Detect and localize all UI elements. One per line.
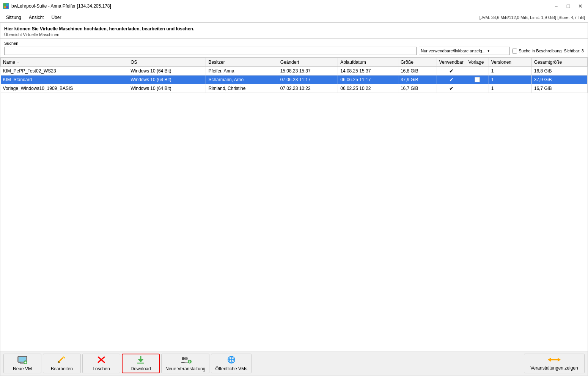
filter-dropdown-label: Nur verwendbare/linkbare anzeig... <box>421 49 486 53</box>
cell-owner: Pfeifer, Anna <box>206 67 278 76</box>
title-bar: bwLehrpool-Suite - Anna Pfeifer [134.34.… <box>0 0 588 12</box>
cell-name: KIM_PePP_Test02_WS23 <box>1 67 128 76</box>
page-title: Hier können Sie Virtuelle Maschinen hoch… <box>4 26 584 31</box>
loeschen-button[interactable]: Löschen <box>82 354 120 373</box>
table-row[interactable]: KIM_PePP_Test02_WS23 Windows 10 (64 Bit)… <box>1 67 588 76</box>
svg-rect-1 <box>6 4 8 6</box>
veranstaltungen-zeigen-icon <box>548 356 561 364</box>
cell-total-size: 37,9 GiB <box>531 76 587 84</box>
cell-name: KIM_Standard <box>1 76 128 84</box>
menu-sitzung[interactable]: Sitzung <box>3 14 24 21</box>
cell-expiry: 06.02.25 10:22 <box>338 84 398 93</box>
neue-vm-label: Neue VM <box>13 366 32 371</box>
cell-vorlage <box>466 76 489 84</box>
cell-verwendbar: ✔ <box>437 84 466 93</box>
cell-verwendbar: ✔ <box>437 76 466 84</box>
search-description-checkbox[interactable]: Suche in Beschreibung <box>512 49 561 53</box>
col-name[interactable]: Name ↑ <box>1 58 128 67</box>
cell-os: Windows 10 (64 Bit) <box>128 84 206 93</box>
oeffentliche-vms-button[interactable]: Öffentliche VMs <box>211 354 251 373</box>
table-header: Name ↑ OS Besitzer Geändert Ablaufdatum … <box>1 58 588 67</box>
col-total-size[interactable]: Gesamtgröße <box>531 58 587 67</box>
cell-changed: 07.06.23 11:17 <box>278 76 338 84</box>
window-title: bwLehrpool-Suite - Anna Pfeifer [134.34.… <box>11 3 111 9</box>
cell-os: Windows 10 (64 Bit) <box>128 67 206 76</box>
neue-veranstaltung-icon: + <box>179 356 192 365</box>
bearbeiten-icon <box>57 356 67 365</box>
cell-expiry: 06.06.25 11:17 <box>338 76 398 84</box>
svg-marker-11 <box>63 356 65 359</box>
visible-count: Sichtbar: 3 <box>564 49 584 53</box>
svg-text:+: + <box>24 360 27 364</box>
menu-items: Sitzung Ansicht Über <box>3 14 64 21</box>
cell-owner: Rimland, Christine <box>206 84 278 93</box>
cell-size: 16,7 GiB <box>398 84 437 93</box>
header-section: Hier können Sie Virtuelle Maschinen hoch… <box>0 23 588 39</box>
svg-marker-28 <box>558 358 561 362</box>
col-size[interactable]: Größe <box>398 58 437 67</box>
close-button[interactable]: ✕ <box>576 2 585 10</box>
minimize-button[interactable]: − <box>552 2 561 10</box>
table-row[interactable]: KIM_Standard Windows 10 (64 Bit) Scharma… <box>1 76 588 84</box>
search-row: Nur verwendbare/linkbare anzeig... ▼ Suc… <box>4 47 584 55</box>
vm-table: Name ↑ OS Besitzer Geändert Ablaufdatum … <box>0 58 588 93</box>
svg-text:+: + <box>189 360 191 364</box>
cell-total-size: 16,7 GiB <box>531 84 587 93</box>
col-verwendbar[interactable]: Verwendbar <box>437 58 466 67</box>
col-os[interactable]: OS <box>128 58 206 67</box>
cell-vorlage <box>466 67 489 76</box>
search-description-checkbox-input[interactable] <box>512 49 517 53</box>
download-button[interactable]: Download <box>122 354 160 373</box>
table-container: Name ↑ OS Besitzer Geändert Ablaufdatum … <box>0 57 588 351</box>
cell-total-size: 16,8 GiB <box>531 67 587 76</box>
table-body: KIM_PePP_Test02_WS23 Windows 10 (64 Bit)… <box>1 67 588 93</box>
maximize-button[interactable]: □ <box>564 2 573 10</box>
download-icon <box>136 356 146 365</box>
cell-owner: Scharmann, Arno <box>206 76 278 84</box>
loeschen-icon <box>97 356 106 365</box>
neue-veranstaltung-label: Neue Veranstaltung <box>165 366 205 371</box>
search-label: Suchen <box>4 41 584 46</box>
col-owner[interactable]: Besitzer <box>206 58 278 67</box>
svg-rect-2 <box>4 6 6 8</box>
bearbeiten-button[interactable]: Bearbeiten <box>43 354 81 373</box>
veranstaltungen-zeigen-button[interactable]: Veranstaltungen zeigen <box>524 354 585 373</box>
menu-ueber[interactable]: Über <box>48 14 64 21</box>
bearbeiten-label: Bearbeiten <box>51 366 73 371</box>
title-bar-left: bwLehrpool-Suite - Anna Pfeifer [134.34.… <box>3 3 111 9</box>
svg-marker-16 <box>138 359 143 362</box>
neue-vm-button[interactable]: + Neue VM <box>3 354 41 373</box>
col-changed[interactable]: Geändert <box>278 58 338 67</box>
window-controls: − □ ✕ <box>552 2 585 10</box>
cell-changed: 07.02.23 10:22 <box>278 84 338 93</box>
sort-arrow-name: ↑ <box>17 61 19 65</box>
table-row[interactable]: Vorlage_Windows10_1909_BASIS Windows 10 … <box>1 84 588 93</box>
neue-vm-icon: + <box>17 356 28 365</box>
loeschen-label: Löschen <box>93 366 110 371</box>
search-section: Suchen Nur verwendbare/linkbare anzeig..… <box>0 39 588 57</box>
cell-verwendbar: ✔ <box>437 67 466 76</box>
cell-name: Vorlage_Windows10_1909_BASIS <box>1 84 128 93</box>
svg-point-19 <box>185 357 188 360</box>
main-content: Hier können Sie Virtuelle Maschinen hoch… <box>0 23 588 376</box>
menu-bar: Sitzung Ansicht Über [JVM: 38,6 MiB/112,… <box>0 12 588 23</box>
svg-marker-27 <box>548 358 551 362</box>
svg-rect-6 <box>21 362 24 363</box>
svg-rect-0 <box>4 4 6 6</box>
col-expiry[interactable]: Ablaufdatum <box>338 58 398 67</box>
chevron-down-icon: ▼ <box>487 49 490 53</box>
search-input[interactable] <box>4 47 417 55</box>
search-description-label: Suche in Beschreibung <box>519 49 561 53</box>
col-versions[interactable]: Versionen <box>489 58 531 67</box>
svg-rect-3 <box>6 6 8 8</box>
filter-dropdown[interactable]: Nur verwendbare/linkbare anzeig... ▼ <box>419 47 510 55</box>
breadcrumb: Übersicht Virtuelle Maschinen <box>4 32 584 37</box>
download-label: Download <box>130 366 151 371</box>
cell-versions: 1 <box>489 67 531 76</box>
neue-veranstaltung-button[interactable]: + Neue Veranstaltung <box>161 354 209 373</box>
cell-vorlage <box>466 84 489 93</box>
cell-size: 37,9 GiB <box>398 76 437 84</box>
col-vorlage[interactable]: Vorlage <box>466 58 489 67</box>
cell-changed: 15.08.23 15:37 <box>278 67 338 76</box>
menu-ansicht[interactable]: Ansicht <box>26 14 47 21</box>
